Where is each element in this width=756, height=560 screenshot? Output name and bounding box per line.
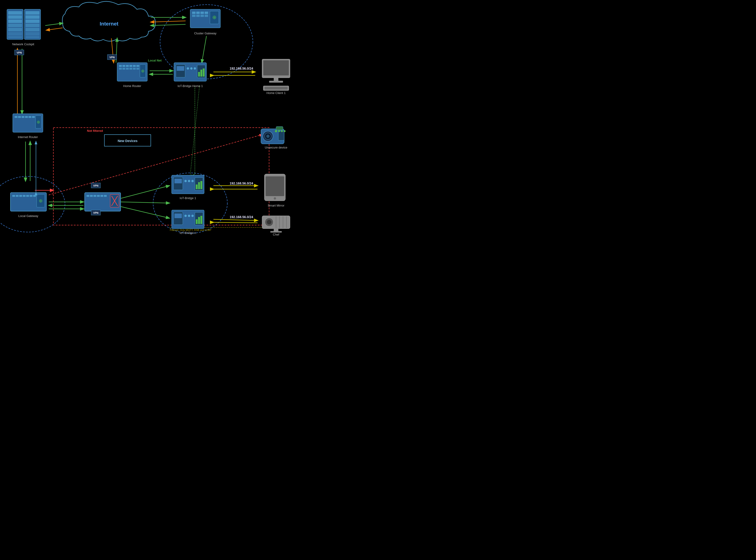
svg-rect-69 [137,65,139,67]
iot-bridge-n-label: IoT-Bridge n [180,231,196,235]
svg-point-132 [191,180,194,182]
svg-rect-97 [22,116,24,118]
svg-rect-38 [8,15,22,19]
svg-rect-56 [205,12,208,14]
svg-rect-139 [175,214,182,218]
svg-rect-95 [15,116,17,118]
svg-point-162 [267,220,271,224]
svg-rect-60 [205,15,208,17]
ip-label-2: 192.168.56.0/24 [230,181,253,185]
network-cockpit-node [7,9,41,39]
svg-rect-146 [200,216,202,224]
svg-point-159 [274,197,276,200]
internet-router-node: ⊕ [13,114,43,132]
svg-line-26 [121,206,169,218]
svg-line-31 [213,219,258,220]
svg-line-4 [45,23,63,25]
vpn-label-1: VPN [109,56,115,59]
svg-rect-104 [12,195,15,197]
svg-rect-51 [25,36,39,38]
svg-rect-144 [196,219,198,224]
svg-point-153 [275,130,277,132]
svg-rect-87 [203,68,205,77]
svg-line-24 [121,186,169,198]
new-devices-label: New Devices [118,139,138,143]
cluster-gateway-label: Cluster Gateway [194,32,217,35]
svg-rect-50 [25,32,39,36]
svg-rect-66 [126,65,129,67]
svg-point-156 [284,130,286,132]
svg-rect-57 [192,15,196,17]
svg-rect-151 [276,126,283,130]
svg-line-11 [202,36,206,63]
svg-rect-65 [122,65,125,67]
svg-rect-67 [129,65,132,67]
svg-text:⊕: ⊕ [212,14,217,20]
svg-rect-106 [19,195,22,197]
svg-rect-53 [192,12,196,14]
svg-rect-152 [278,131,284,140]
svg-rect-145 [198,217,200,224]
svg-rect-75 [137,68,139,69]
svg-rect-115 [90,195,93,197]
svg-rect-45 [25,11,39,15]
network-cockpit-label: Network Cockpit [12,42,34,46]
svg-rect-49 [25,28,39,31]
local-gateway-label: Local Gateway [18,214,38,218]
internet-cloud: Internet [62,1,156,41]
svg-rect-89 [263,60,289,76]
cluster-gateway-node: ⊕ [190,9,220,28]
vpn-label-4: VPN [93,212,99,214]
svg-rect-168 [270,231,282,233]
svg-point-83 [194,67,196,69]
ip-label-1: 192.168.56.0/24 [230,66,253,70]
not-filtered-label: Not filtered [87,129,103,133]
vpn-label-2: VPN [17,51,22,54]
svg-rect-90 [274,78,278,81]
svg-rect-135 [198,182,200,189]
svg-rect-117 [97,195,100,197]
svg-rect-47 [25,20,39,23]
smart-mirror-label: Smart Mirror [268,204,285,207]
vpn-label-3: VPN [93,184,99,187]
svg-rect-80 [177,66,184,71]
svg-point-141 [188,215,190,217]
svg-rect-54 [196,12,200,14]
svg-rect-96 [18,116,21,118]
chef-node [262,216,290,233]
filtered-label: Filtered: Only MQTT, RSB and ICMP [170,228,211,232]
svg-rect-100 [32,116,35,118]
svg-rect-37 [8,11,22,15]
svg-point-155 [281,130,283,132]
svg-rect-99 [28,116,31,118]
chef-label: Chef [273,233,279,236]
svg-point-154 [278,130,280,132]
svg-rect-70 [119,68,122,69]
svg-rect-46 [25,15,39,19]
svg-rect-136 [200,181,202,189]
svg-rect-116 [94,195,96,197]
svg-rect-73 [129,68,132,69]
svg-rect-41 [8,28,22,31]
svg-line-32 [213,222,258,223]
smart-mirror-node [264,174,285,201]
svg-point-142 [191,215,194,217]
svg-rect-108 [26,195,29,197]
internet-label: Internet [100,21,119,27]
svg-rect-109 [30,195,33,197]
svg-rect-110 [33,195,36,197]
local-net-label: Local Net [148,59,162,62]
svg-rect-71 [122,68,125,69]
svg-rect-48 [25,24,39,27]
svg-rect-134 [196,184,198,189]
svg-rect-39 [8,20,22,23]
svg-rect-74 [133,68,136,69]
svg-rect-118 [100,195,103,197]
svg-rect-119 [104,195,107,197]
iot-bridge1-label: IoT-Bridge 1 [180,196,196,200]
svg-rect-59 [200,15,204,17]
home-router-node: ⊕ [117,63,147,81]
svg-point-131 [188,180,190,182]
svg-rect-68 [133,65,136,67]
svg-rect-167 [274,228,278,232]
